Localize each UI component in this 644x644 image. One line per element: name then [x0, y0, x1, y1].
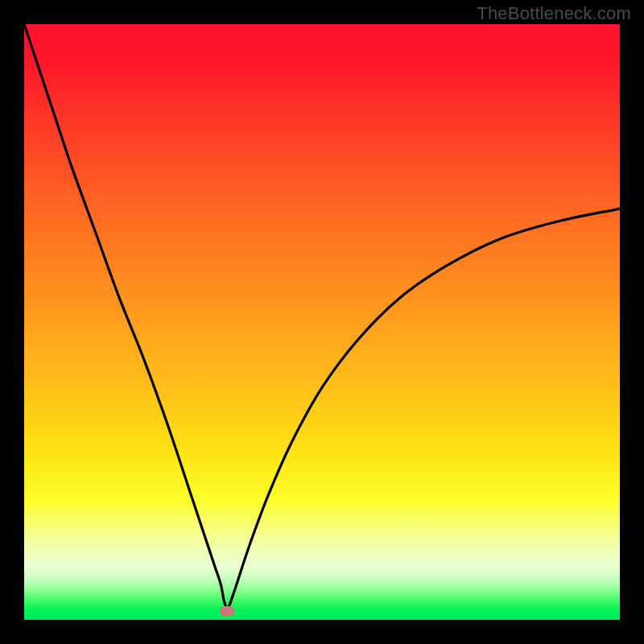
chart-stage: TheBottleneck.com	[0, 0, 644, 644]
plot-area	[24, 24, 620, 620]
watermark-text: TheBottleneck.com	[477, 3, 631, 24]
curve-min-marker	[220, 606, 234, 616]
bottleneck-curve	[24, 24, 620, 620]
